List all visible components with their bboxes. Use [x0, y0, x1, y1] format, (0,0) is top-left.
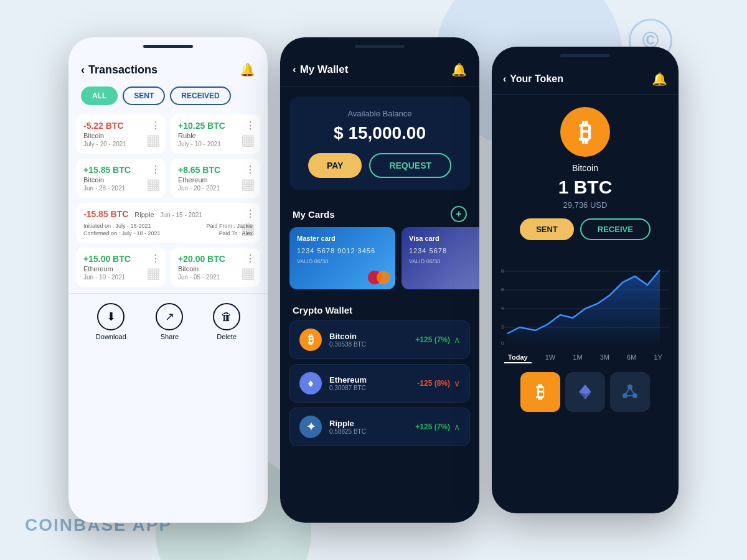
time-period-tabs: Today 1W 1M 3M 6M 1Y	[492, 348, 679, 370]
download-action[interactable]: ⬇ Download	[96, 303, 126, 340]
request-button[interactable]: REQUEST	[369, 153, 451, 178]
token-sent-button[interactable]: SENT	[520, 218, 574, 240]
wallet-bell-icon[interactable]: 🔔	[451, 62, 467, 77]
share-icon: ↗	[156, 303, 183, 330]
time-tab-today[interactable]: Today	[504, 352, 532, 363]
chevron-up-icon: ∧	[454, 422, 460, 432]
tx-more-icon[interactable]: ⋮	[151, 119, 161, 131]
tx-more-icon[interactable]: ⋮	[245, 208, 255, 220]
crypto-amount: 0.30087 BTC	[329, 385, 417, 391]
phone-transactions: ‹ Transactions 🔔 ALL SENT RECEIVED -5.22…	[68, 37, 268, 523]
crypto-info: Ethereum 0.30087 BTC	[329, 375, 417, 391]
share-action[interactable]: ↗ Share	[156, 303, 183, 340]
chevron-down-icon: ∨	[454, 378, 460, 388]
token-hero: ₿ Bitcoin 1 BTC 29,736 USD SENT RECEIVE	[492, 95, 679, 246]
token-icons-row: ₿	[492, 370, 679, 418]
eth-logo: ♦	[299, 372, 322, 394]
table-row: +15.85 BTC Bitcoin Jun - 28 - 2021 ⋮ ▦	[76, 159, 166, 198]
card-expiry: VALID 06/30	[297, 258, 388, 264]
card-number: 1234 5678	[409, 247, 479, 254]
delete-label: Delete	[217, 333, 237, 340]
delete-icon: 🗑	[213, 303, 240, 330]
crypto-change: -125 (8%)	[417, 379, 450, 388]
download-label: Download	[96, 333, 126, 340]
phone-transactions-inner: ‹ Transactions 🔔 ALL SENT RECEIVED -5.22…	[68, 37, 268, 523]
transactions-bell-icon[interactable]: 🔔	[240, 62, 255, 77]
tx-more-icon[interactable]: ⋮	[245, 253, 255, 264]
tx-more-icon[interactable]: ⋮	[245, 119, 255, 131]
crypto-info: Bitcoin 0.30538 BTC	[329, 332, 415, 348]
tx-more-icon[interactable]: ⋮	[245, 164, 255, 175]
time-tab-1w[interactable]: 1W	[542, 352, 560, 363]
back-arrow-icon: ‹	[81, 63, 85, 77]
tx-detail-row-2: Confirmed on : July - 18 - 2021 Paid To …	[83, 230, 253, 236]
btc-token-button[interactable]: ₿	[520, 372, 560, 412]
wallet-title: My Wallet	[300, 63, 349, 76]
card-type: Visa card	[409, 235, 479, 242]
tx-barcode-icon: ▦	[146, 131, 161, 149]
pay-button[interactable]: PAY	[308, 153, 362, 178]
mc-orange-circle	[377, 271, 390, 284]
token-value: 1 BTC	[492, 177, 679, 198]
svg-text:8: 8	[501, 268, 504, 274]
tx-amount: -5.22 BTC	[83, 121, 158, 131]
time-tab-1y[interactable]: 1Y	[650, 352, 665, 363]
tx-amount: -15.85 BTC	[83, 209, 128, 219]
eth-token-button[interactable]	[565, 372, 605, 412]
tx-barcode-icon: ▦	[241, 131, 255, 149]
delete-action[interactable]: 🗑 Delete	[213, 303, 240, 340]
wallet-header: ‹ My Wallet 🔔	[280, 56, 479, 87]
cards-section-header: My Cards +	[280, 200, 479, 227]
tx-date: Jun - 15 - 2021	[161, 212, 202, 218]
list-item[interactable]: ♦ Ethereum 0.30087 BTC -125 (8%) ∨	[289, 364, 470, 403]
list-item[interactable]: ₿ Bitcoin 0.30538 BTC +125 (7%) ∧	[289, 320, 470, 359]
table-row: +15.00 BTC Ethereum Jun - 10 - 2021 ⋮ ▦	[76, 248, 166, 287]
time-tab-1m[interactable]: 1M	[569, 352, 586, 363]
list-item[interactable]: ✦ Ripple 0.58825 BTC +125 (7%) ∧	[289, 408, 470, 446]
transactions-back[interactable]: ‹ Transactions	[81, 63, 157, 77]
wallet-back[interactable]: ‹ My Wallet	[293, 63, 348, 76]
tx-more-icon[interactable]: ⋮	[151, 253, 161, 264]
transactions-title: Transactions	[88, 63, 157, 77]
time-tab-3m[interactable]: 3M	[596, 352, 613, 363]
card-type: Master card	[297, 235, 388, 242]
svg-line-17	[630, 387, 635, 396]
token-bell-icon[interactable]: 🔔	[652, 72, 667, 86]
svg-text:6: 6	[501, 287, 504, 292]
svg-text:4: 4	[501, 306, 504, 311]
time-tab-6m[interactable]: 6M	[623, 352, 640, 363]
phone-wallet-inner: ‹ My Wallet 🔔 Available Balance $ 15,000…	[280, 37, 479, 523]
token-coin-name: Bitcoin	[492, 163, 679, 173]
phone-token-inner: ‹ Your Token 🔔 ₿ Bitcoin 1 BTC 29,736 US…	[492, 47, 679, 513]
tx-barcode-icon: ▦	[146, 175, 161, 193]
tx-amount: +8.65 BTC	[178, 165, 253, 175]
tx-amount: +20.00 BTC	[178, 254, 253, 264]
token-title: Your Token	[510, 73, 563, 85]
mastercard-card: Master card 1234 5678 9012 3456 VALID 06…	[289, 227, 395, 289]
token-header: ‹ Your Token 🔔	[492, 65, 679, 95]
table-row: +20.00 BTC Bitcoin Jun - 05 - 2021 ⋮ ▦	[171, 248, 260, 287]
tx-amount: +15.00 BTC	[83, 254, 158, 264]
balance-buttons: PAY REQUEST	[302, 153, 458, 178]
crypto-name: Bitcoin	[329, 332, 415, 341]
table-row: +8.65 BTC Ethereum Jun - 20 - 2021 ⋮ ▦	[171, 159, 260, 198]
tx-more-icon[interactable]: ⋮	[151, 164, 161, 175]
phone-token: ‹ Your Token 🔔 ₿ Bitcoin 1 BTC 29,736 US…	[492, 47, 679, 513]
crypto-name: Ripple	[329, 419, 415, 428]
ripple-icon	[620, 382, 640, 402]
card-expiry: VALID 06/30	[409, 258, 479, 264]
mastercard-logo	[368, 271, 390, 284]
token-action-buttons: SENT RECEIVE	[492, 218, 679, 240]
filter-tab-received[interactable]: RECEIVED	[170, 86, 230, 105]
tx-confirmed: Confirmed on : July - 18 - 2021	[83, 230, 161, 236]
chevron-up-icon: ∧	[454, 335, 460, 345]
token-back[interactable]: ‹ Your Token	[503, 73, 563, 85]
add-card-button[interactable]: +	[451, 206, 467, 222]
tx-barcode-icon: ▦	[241, 264, 255, 282]
xrp-token-button[interactable]	[610, 372, 650, 412]
svg-text:0: 0	[501, 340, 504, 346]
tx-barcode-icon: ▦	[146, 264, 161, 282]
token-receive-button[interactable]: RECEIVE	[580, 218, 651, 240]
filter-tab-all[interactable]: ALL	[81, 86, 118, 105]
filter-tab-sent[interactable]: SENT	[123, 86, 165, 105]
